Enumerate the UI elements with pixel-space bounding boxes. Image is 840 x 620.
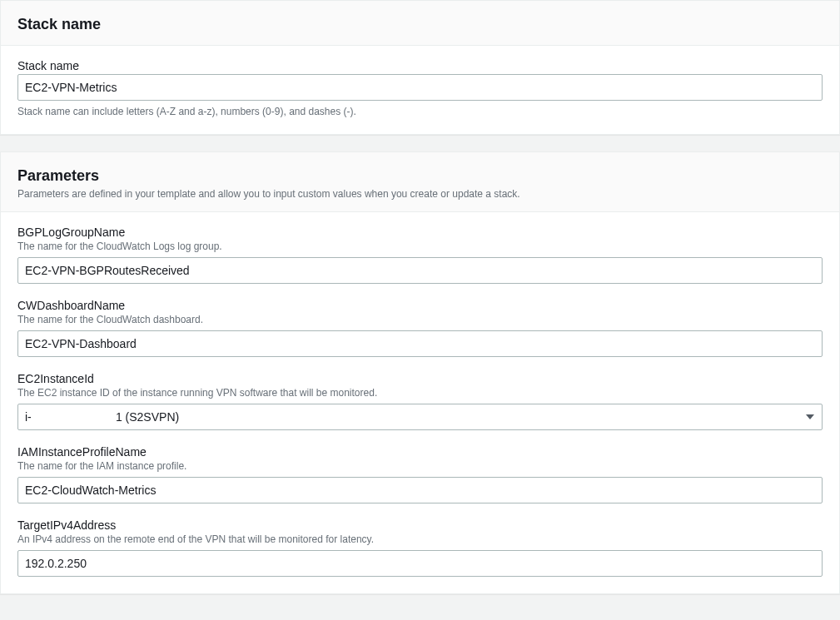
dashboard-hint: The name for the CloudWatch dashboard. [17,314,823,325]
stack-name-label: Stack name [17,59,823,72]
instance-select[interactable]: i- 1 (S2SVPN) [17,404,823,430]
instance-label: EC2InstanceId [17,372,823,385]
dashboard-input[interactable] [17,330,823,357]
stack-name-input[interactable] [17,74,823,101]
iam-hint: The name for the IAM instance profile. [17,460,823,472]
target-field: TargetIPv4Address An IPv4 address on the… [17,518,823,577]
target-input[interactable] [17,550,823,577]
iam-field: IAMInstanceProfileName The name for the … [17,445,823,503]
parameters-body: BGPLogGroupName The name for the CloudWa… [1,212,839,593]
parameters-title: Parameters [17,167,823,185]
instance-select-wrapper: i- 1 (S2SVPN) [17,404,823,430]
parameters-panel: Parameters Parameters are defined in you… [0,151,840,594]
stack-name-body: Stack name Stack name can include letter… [1,46,839,134]
bgp-hint: The name for the CloudWatch Logs log gro… [17,241,823,252]
dashboard-label: CWDashboardName [17,299,823,312]
iam-input[interactable] [17,477,823,503]
stack-name-hint: Stack name can include letters (A-Z and … [17,106,823,117]
stack-name-title: Stack name [17,16,823,33]
parameters-header: Parameters Parameters are defined in you… [1,152,839,212]
stack-name-field: Stack name Stack name can include letter… [17,59,823,117]
parameters-subtitle: Parameters are defined in your template … [17,188,823,200]
instance-field: EC2InstanceId The EC2 instance ID of the… [17,372,823,430]
target-label: TargetIPv4Address [17,518,823,532]
dashboard-field: CWDashboardName The name for the CloudWa… [17,299,823,357]
bgp-input[interactable] [17,257,823,284]
target-hint: An IPv4 address on the remote end of the… [17,533,823,545]
bgp-field: BGPLogGroupName The name for the CloudWa… [17,226,823,284]
iam-label: IAMInstanceProfileName [17,445,823,459]
instance-hint: The EC2 instance ID of the instance runn… [17,387,823,399]
bgp-label: BGPLogGroupName [17,226,823,239]
stack-name-panel: Stack name Stack name Stack name can inc… [0,0,840,135]
stack-name-header: Stack name [1,1,839,46]
